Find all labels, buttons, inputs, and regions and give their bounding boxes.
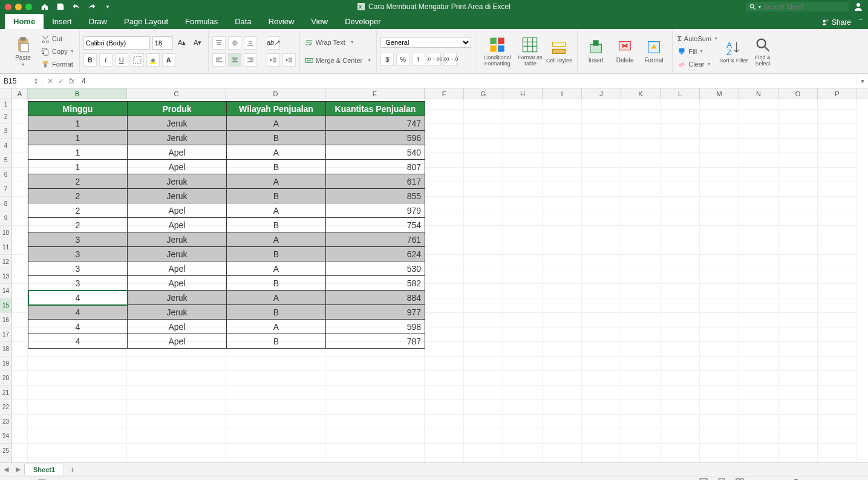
cell[interactable] xyxy=(503,99,543,110)
cell[interactable] xyxy=(543,182,582,197)
row-header[interactable]: 10 xyxy=(0,226,12,240)
table-cell[interactable]: 4 xyxy=(28,320,128,334)
tab-insert[interactable]: Insert xyxy=(44,14,80,29)
cell[interactable] xyxy=(739,342,778,357)
cell-styles-button[interactable]: Cell Styles xyxy=(544,39,573,64)
cell[interactable] xyxy=(325,458,425,462)
cell[interactable] xyxy=(503,386,543,400)
cell[interactable] xyxy=(425,139,464,153)
table-cell[interactable]: 747 xyxy=(326,116,425,131)
table-cell[interactable]: 807 xyxy=(326,160,425,174)
cell[interactable] xyxy=(425,386,464,400)
cell[interactable] xyxy=(778,429,818,444)
cell[interactable] xyxy=(621,255,661,269)
row-header[interactable]: 26 xyxy=(0,458,12,462)
number-format-select[interactable]: General xyxy=(380,37,471,48)
cell[interactable] xyxy=(582,458,621,462)
table-cell[interactable]: 3 xyxy=(28,232,128,247)
column-header[interactable]: L xyxy=(661,88,700,99)
fill-button[interactable]: Fill▼ xyxy=(676,45,719,58)
cell[interactable] xyxy=(700,371,739,386)
cell[interactable] xyxy=(226,429,325,444)
cell[interactable] xyxy=(325,429,425,444)
cell[interactable] xyxy=(464,168,503,182)
table-cell[interactable]: 884 xyxy=(326,291,425,305)
column-header[interactable]: K xyxy=(621,88,661,99)
cell[interactable] xyxy=(818,458,857,462)
cell[interactable] xyxy=(28,415,127,429)
decrease-indent-button[interactable] xyxy=(267,53,280,67)
cell[interactable] xyxy=(621,429,661,444)
cell[interactable] xyxy=(661,255,700,269)
table-cell[interactable]: 761 xyxy=(326,232,425,247)
row-header[interactable]: 7 xyxy=(0,182,12,197)
cell[interactable] xyxy=(700,342,739,357)
cell[interactable] xyxy=(543,211,582,226)
cell[interactable] xyxy=(503,226,543,240)
cell[interactable] xyxy=(503,168,543,182)
table-cell[interactable]: Jeruk xyxy=(128,305,227,320)
table-cell[interactable]: Jeruk xyxy=(128,116,227,131)
insert-cells-button[interactable]: Insert xyxy=(581,39,610,64)
cell[interactable] xyxy=(621,284,661,298)
cell[interactable] xyxy=(425,327,464,342)
cell[interactable] xyxy=(127,429,226,444)
font-size-select[interactable] xyxy=(152,36,173,50)
cell[interactable] xyxy=(325,357,425,371)
column-header[interactable]: P xyxy=(818,88,857,99)
row-header[interactable]: 3 xyxy=(0,124,12,139)
tab-data[interactable]: Data xyxy=(226,14,259,29)
cell[interactable] xyxy=(12,153,28,168)
cell[interactable] xyxy=(464,240,503,255)
column-header[interactable]: G xyxy=(464,88,503,99)
table-cell[interactable]: 2 xyxy=(28,174,128,189)
cell[interactable] xyxy=(425,99,464,110)
cell[interactable] xyxy=(12,357,28,371)
cell[interactable] xyxy=(226,386,325,400)
cell[interactable] xyxy=(582,313,621,327)
cell[interactable] xyxy=(543,110,582,124)
undo-icon[interactable] xyxy=(72,2,80,11)
zoom-window-button[interactable] xyxy=(25,4,32,10)
table-cell[interactable]: 787 xyxy=(326,334,425,349)
row-header[interactable]: 20 xyxy=(0,371,12,386)
cell[interactable] xyxy=(661,99,700,110)
row-header[interactable]: 13 xyxy=(0,269,12,284)
cell[interactable] xyxy=(325,400,425,415)
cell[interactable] xyxy=(12,415,28,429)
column-header[interactable]: C xyxy=(127,88,226,99)
cell[interactable] xyxy=(503,371,543,386)
row-header[interactable]: 9 xyxy=(0,211,12,226)
cell[interactable] xyxy=(325,415,425,429)
cell[interactable] xyxy=(778,168,818,182)
italic-button[interactable]: I xyxy=(99,53,113,67)
cell[interactable] xyxy=(700,99,739,110)
cell[interactable] xyxy=(739,240,778,255)
cell[interactable] xyxy=(778,99,818,110)
cell[interactable] xyxy=(621,458,661,462)
cell[interactable] xyxy=(700,255,739,269)
enter-formula-button[interactable]: ✓ xyxy=(58,77,64,85)
cell[interactable] xyxy=(503,400,543,415)
bold-button[interactable]: B xyxy=(83,53,97,67)
cell[interactable] xyxy=(739,415,778,429)
cell[interactable] xyxy=(543,269,582,284)
home-icon[interactable] xyxy=(41,2,49,11)
cell[interactable] xyxy=(582,240,621,255)
cell[interactable] xyxy=(739,458,778,462)
formula-input[interactable]: 4 xyxy=(78,77,856,85)
paste-button[interactable]: Paste ▼ xyxy=(8,36,38,67)
cell[interactable] xyxy=(621,182,661,197)
collapse-ribbon-icon[interactable]: ˆ xyxy=(860,18,862,27)
redo-icon[interactable] xyxy=(88,2,96,11)
cell[interactable] xyxy=(503,197,543,211)
cell[interactable] xyxy=(700,298,739,313)
decrease-font-button[interactable]: A▾ xyxy=(191,36,204,50)
cell[interactable] xyxy=(464,211,503,226)
cell[interactable] xyxy=(543,371,582,386)
cell[interactable] xyxy=(28,429,127,444)
cell[interactable] xyxy=(226,444,325,458)
table-cell[interactable]: 1 xyxy=(28,145,128,160)
cell[interactable] xyxy=(739,197,778,211)
cell[interactable] xyxy=(12,342,28,357)
